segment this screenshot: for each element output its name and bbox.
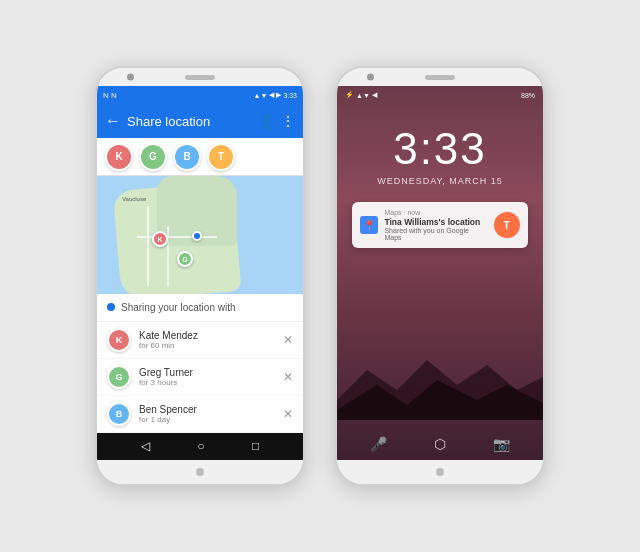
avatar-kate[interactable]: K — [105, 143, 133, 171]
speaker-grille-2 — [425, 75, 455, 80]
lockscreen-date: WEDNESDAY, MARCH 15 — [377, 176, 503, 186]
android-nav-bar: ◁ ○ □ — [97, 433, 303, 460]
maps-app-header: ← Share location 👤 ⋮ — [97, 104, 303, 138]
lockscreen: ⚡ ▲▼ ◀ 88% 3:33 WEDNESDAY, MARCH 15 📍 Ma… — [337, 86, 543, 460]
avatar-tina[interactable]: T — [207, 143, 235, 171]
status-bar: N N ▲▼ ◀ ▶ 3:33 — [97, 86, 303, 104]
person-name-greg: Greg Turner — [139, 367, 275, 378]
speaker-grille — [185, 75, 215, 80]
person-duration-kate: for 60 min — [139, 341, 275, 350]
lockscreen-left-icons: ⚡ ▲▼ ◀ — [345, 91, 377, 99]
notification-app-name: Maps · now — [384, 209, 487, 216]
sharing-header-text: Sharing your location with — [121, 302, 236, 313]
person-name-kate: Kate Mendez — [139, 330, 275, 341]
home-indicator-2 — [436, 468, 444, 476]
avatar-kate-small: K — [107, 328, 131, 352]
notification-content: Maps · now Tina Williams's location Shar… — [384, 209, 487, 241]
avatar-initials: T — [503, 220, 509, 231]
contacts-bar: K G B T — [97, 138, 303, 176]
maps-pin-icon: 📍 — [363, 220, 375, 231]
battery-icon: ▶ — [276, 91, 281, 99]
phone-1-screen: N N ▲▼ ◀ ▶ 3:33 ← Share location 👤 ⋮ K G… — [97, 86, 303, 460]
person-info-greg: Greg Turner for 3 hours — [139, 367, 275, 387]
wifi-icon-2: ◀ — [372, 91, 377, 99]
front-camera — [127, 74, 134, 81]
fingerprint-icon[interactable]: ⬡ — [434, 436, 446, 452]
lockscreen-status-bar: ⚡ ▲▼ ◀ 88% — [337, 86, 543, 104]
add-person-icon[interactable]: 👤 — [258, 113, 275, 129]
notification-card[interactable]: 📍 Maps · now Tina Williams's location Sh… — [352, 202, 527, 248]
remove-ben-button[interactable]: ✕ — [283, 407, 293, 421]
front-camera-2 — [367, 74, 374, 81]
network-indicator: N N — [103, 91, 117, 100]
wifi-icon: ◀ — [269, 91, 274, 99]
phone-top-notch — [97, 68, 303, 86]
status-icons: ▲▼ ◀ ▶ 3:33 — [254, 91, 297, 99]
bluetooth-icon: ⚡ — [345, 91, 354, 99]
sharing-dot-icon — [107, 303, 115, 311]
home-indicator — [196, 468, 204, 476]
recents-nav-button[interactable]: □ — [252, 439, 259, 453]
battery-percentage: 88% — [521, 92, 535, 99]
person-duration-greg: for 3 hours — [139, 378, 275, 387]
signal-icon-2: ▲▼ — [356, 92, 370, 99]
remove-kate-button[interactable]: ✕ — [283, 333, 293, 347]
notification-sender-avatar: T — [494, 212, 520, 238]
phone-2-bottom-bar — [337, 460, 543, 484]
avatar-ben-small: B — [107, 402, 131, 426]
home-nav-button[interactable]: ○ — [197, 439, 204, 453]
avatar-greg[interactable]: G — [139, 143, 167, 171]
voice-icon[interactable]: 🎤 — [370, 436, 387, 452]
lockscreen-bottom-icons: 🎤 ⬡ 📷 — [337, 436, 543, 452]
signal-icon: ▲▼ — [254, 92, 268, 99]
back-button[interactable]: ← — [105, 112, 121, 130]
more-options-icon[interactable]: ⋮ — [281, 113, 295, 129]
sharing-header: Sharing your location with — [97, 294, 303, 322]
sharing-person-greg[interactable]: G Greg Turner for 3 hours ✕ — [97, 359, 303, 396]
back-nav-button[interactable]: ◁ — [141, 439, 150, 453]
lockscreen-time: 3:33 — [393, 124, 487, 174]
phone-1: N N ▲▼ ◀ ▶ 3:33 ← Share location 👤 ⋮ K G… — [95, 66, 305, 486]
sharing-person-kate[interactable]: K Kate Mendez for 60 min ✕ — [97, 322, 303, 359]
mountain-silhouette — [337, 350, 543, 420]
map-label-vaucluse: Vaucluse — [122, 196, 146, 202]
map-view[interactable]: Vaucluse K G — [97, 176, 303, 293]
phone-2: ⚡ ▲▼ ◀ 88% 3:33 WEDNESDAY, MARCH 15 📍 Ma… — [335, 66, 545, 486]
notification-body: Shared with you on Google Maps — [384, 227, 487, 241]
page-title: Share location — [127, 114, 252, 129]
remove-greg-button[interactable]: ✕ — [283, 370, 293, 384]
person-info-kate: Kate Mendez for 60 min — [139, 330, 275, 350]
person-name-ben: Ben Spencer — [139, 404, 275, 415]
maps-app-icon: 📍 — [360, 216, 378, 234]
time-display: 3:33 — [283, 92, 297, 99]
notification-title: Tina Williams's location — [384, 217, 487, 227]
phone-2-top-notch — [337, 68, 543, 86]
avatar-greg-small: G — [107, 365, 131, 389]
phone-2-screen: ⚡ ▲▼ ◀ 88% 3:33 WEDNESDAY, MARCH 15 📍 Ma… — [337, 86, 543, 460]
phone-bottom-bar — [97, 460, 303, 484]
person-duration-ben: for 1 day — [139, 415, 275, 424]
person-info-ben: Ben Spencer for 1 day — [139, 404, 275, 424]
avatar-ben[interactable]: B — [173, 143, 201, 171]
sharing-person-ben[interactable]: B Ben Spencer for 1 day ✕ — [97, 396, 303, 433]
sharing-section: Sharing your location with K Kate Mendez… — [97, 294, 303, 433]
camera-shortcut-icon[interactable]: 📷 — [493, 436, 510, 452]
